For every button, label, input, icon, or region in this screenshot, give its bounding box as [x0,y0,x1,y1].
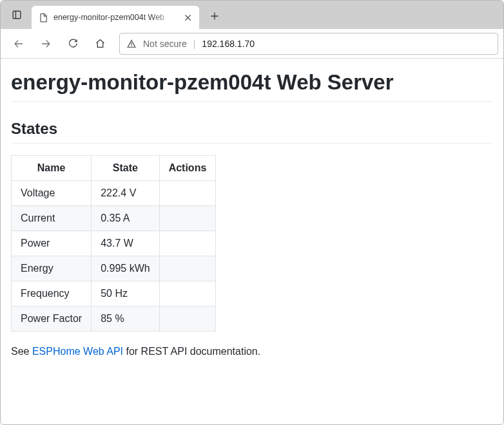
browser-tab-strip: energy-monitor-pzem004t Web [1,1,503,29]
address-bar[interactable]: Not secure | 192.168.1.70 [119,33,498,55]
cell-name: Voltage [12,181,92,206]
address-separator: | [193,39,196,49]
cell-name: Frequency [12,281,92,307]
forward-button[interactable] [33,32,59,55]
table-row: Frequency 50 Hz [12,281,216,307]
cell-actions [159,281,216,307]
table-row: Energy 0.995 kWh [12,256,216,281]
home-button[interactable] [87,32,113,55]
page-content: energy-monitor-pzem004t Web Server State… [1,59,503,378]
states-table: Name State Actions Voltage 222.4 V Curre… [11,155,216,332]
cell-state: 0.995 kWh [92,256,159,281]
api-docs-link[interactable]: ESPHome Web API [32,346,123,357]
back-button[interactable] [6,32,32,55]
page-title: energy-monitor-pzem004t Web Server [11,70,493,102]
file-icon [38,12,48,23]
cell-actions [159,181,216,206]
browser-tab-active[interactable]: energy-monitor-pzem004t Web [32,6,199,29]
table-row: Voltage 222.4 V [12,181,216,206]
col-header-name: Name [12,156,92,181]
col-header-state: State [92,156,159,181]
not-secure-icon [126,39,137,49]
cell-state: 43.7 W [92,231,159,256]
footer-prefix: See [11,346,32,357]
tab-title: energy-monitor-pzem004t Web [53,13,176,22]
cell-actions [159,231,216,256]
address-url: 192.168.1.70 [202,39,255,49]
col-header-actions: Actions [159,156,216,181]
cell-name: Power Factor [12,307,92,332]
cell-actions [159,307,216,332]
browser-toolbar: Not secure | 192.168.1.70 [1,29,503,59]
cell-name: Power [12,231,92,256]
cell-name: Energy [12,256,92,281]
cell-state: 0.35 A [92,206,159,231]
new-tab-button[interactable] [204,6,225,26]
tab-close-button[interactable] [181,11,194,24]
table-row: Current 0.35 A [12,206,216,231]
cell-state: 50 Hz [92,281,159,307]
table-row: Power Factor 85 % [12,307,216,332]
cell-actions [159,206,216,231]
tab-actions-button[interactable] [6,4,28,26]
cell-state: 85 % [92,307,159,332]
section-title-states: States [11,120,493,144]
refresh-button[interactable] [60,32,86,55]
svg-rect-9 [131,45,131,46]
footer-suffix: for REST API documentation. [123,346,260,357]
footer-note: See ESPHome Web API for REST API documen… [11,346,493,357]
svg-rect-8 [131,42,131,45]
cell-name: Current [12,206,92,231]
svg-rect-0 [13,11,21,19]
table-row: Power 43.7 W [12,231,216,256]
cell-actions [159,256,216,281]
cell-state: 222.4 V [92,181,159,206]
security-status: Not secure [143,39,187,49]
